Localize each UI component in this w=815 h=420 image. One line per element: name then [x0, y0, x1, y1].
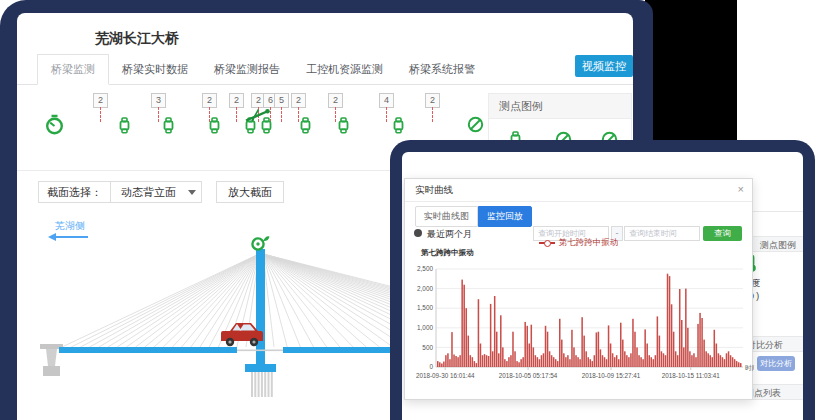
- section-controls: 截面选择： 动态背立面 放大截面: [38, 181, 284, 203]
- tab-realtime-data[interactable]: 桥梁实时数据: [109, 55, 201, 84]
- sensor-count-badge: 2: [291, 93, 306, 108]
- badge-pointer-line: [432, 107, 433, 122]
- svg-text:500: 500: [422, 344, 433, 351]
- tab-monitor-report[interactable]: 桥梁监测报告: [201, 55, 293, 84]
- vibration-chart: 第七跨跨中振动05001,0001,5002,0002,5002018-09-3…: [405, 243, 754, 395]
- screenshot-stage: 芜湖长江大桥 桥梁监测 桥梁实时数据 桥梁监测报告 工控机资源监测 桥梁系统报警…: [0, 0, 815, 420]
- sensor-count-badge: 2: [229, 93, 244, 108]
- page-title: 芜湖长江大桥: [95, 30, 179, 48]
- main-tab-bar: 桥梁监测 桥梁实时数据 桥梁监测报告 工控机资源监测 桥梁系统报警: [17, 57, 633, 85]
- sensor-count-badge: 2: [328, 93, 343, 108]
- section-select-group: 截面选择： 动态背立面: [38, 181, 202, 203]
- chain-sensor-icon[interactable]: [208, 117, 221, 138]
- video-monitor-button[interactable]: 视频监控: [575, 55, 633, 77]
- badge-pointer-line: [100, 107, 101, 122]
- radio-last-two-months[interactable]: [414, 229, 422, 237]
- modal-window-frame: 测点图例 温度 ( 9 ) 对比分析 对比分析 测点列表 实时曲线: [390, 140, 815, 420]
- section-select-label: 截面选择：: [39, 182, 110, 202]
- tab-monitor-playback[interactable]: 监控回放: [478, 206, 532, 227]
- badge-pointer-line: [158, 107, 159, 122]
- section-select[interactable]: 动态背立面: [110, 182, 201, 202]
- sensor-count-badge: 5: [274, 93, 289, 108]
- enlarge-section-button[interactable]: 放大截面: [216, 181, 284, 203]
- dialog-tab-group: 实时曲线图 监控回放: [415, 206, 532, 227]
- svg-text:2018-10-15 11:03:41: 2018-10-15 11:03:41: [662, 372, 721, 379]
- chain-sensor-icon[interactable]: [299, 117, 312, 138]
- dialog-header: 实时曲线 ×: [405, 179, 752, 202]
- svg-text:2018-10-05 05:17:54: 2018-10-05 05:17:54: [499, 372, 558, 379]
- svg-text:2018-10-09 15:27:41: 2018-10-09 15:27:41: [582, 372, 641, 379]
- select-caret-icon: [188, 190, 196, 195]
- dialog-title: 实时曲线: [415, 184, 453, 197]
- compare-analysis-button[interactable]: 对比分析: [757, 356, 795, 371]
- chain-sensor-icon[interactable]: [337, 117, 350, 138]
- section-select-value: 动态背立面: [121, 186, 176, 198]
- badge-pointer-line: [236, 107, 237, 122]
- legend-panel-title: 测点图例: [489, 94, 631, 119]
- realtime-curve-dialog: 实时曲线 × 实时曲线图 监控回放 最近两个月 - 查询 第七跨: [404, 178, 753, 400]
- badge-pointer-line: [386, 107, 387, 122]
- chain-sensor-icon[interactable]: [392, 117, 405, 138]
- sensor-count-badge: 4: [379, 93, 394, 108]
- badge-pointer-line: [281, 107, 282, 122]
- svg-text:时间: 时间: [745, 364, 754, 372]
- jack-icon[interactable]: [245, 108, 272, 126]
- close-icon[interactable]: ×: [738, 183, 744, 195]
- tower-top-sensor-icon[interactable]: [252, 236, 269, 249]
- svg-text:1,000: 1,000: [417, 324, 433, 331]
- modal-window: 测点图例 温度 ( 9 ) 对比分析 对比分析 测点列表 实时曲线: [402, 152, 803, 420]
- chain-sensor-icon[interactable]: [162, 117, 175, 138]
- chain-sensor-icon[interactable]: [118, 117, 131, 138]
- badge-pointer-line: [335, 107, 336, 122]
- bridge-side-label: 芜湖侧: [55, 219, 85, 233]
- svg-text:1,500: 1,500: [417, 304, 433, 311]
- background-black-area: [645, 0, 737, 146]
- sensor-count-badge: 3: [151, 93, 166, 108]
- no-entry-icon[interactable]: [467, 116, 484, 137]
- tab-ipc-resource[interactable]: 工控机资源监测: [293, 55, 396, 84]
- svg-text:2,000: 2,000: [417, 285, 433, 292]
- tab-system-alarm[interactable]: 桥梁系统报警: [396, 55, 488, 84]
- svg-text:2018-09-30 16:01:44: 2018-09-30 16:01:44: [416, 372, 475, 379]
- sensor-count-badge: 2: [425, 93, 440, 108]
- gauge-icon[interactable]: [45, 114, 64, 139]
- sensor-count-badge: 2: [93, 93, 108, 108]
- tab-realtime-curve[interactable]: 实时曲线图: [415, 206, 478, 227]
- svg-text:第七跨跨中振动: 第七跨跨中振动: [420, 248, 474, 257]
- sensor-count-badge: 2: [202, 93, 217, 108]
- svg-text:2,500: 2,500: [417, 265, 433, 272]
- tab-bridge-monitor[interactable]: 桥梁监测: [37, 54, 109, 85]
- svg-text:0: 0: [429, 363, 433, 370]
